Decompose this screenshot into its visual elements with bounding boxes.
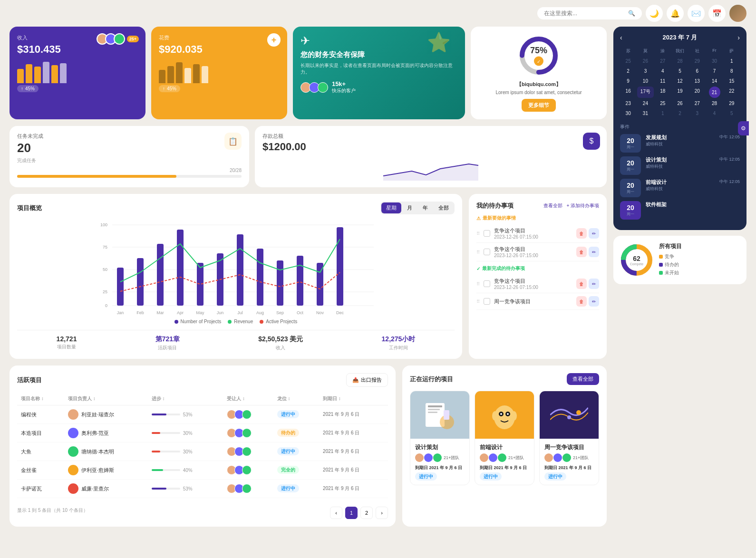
cal-day-21-today[interactable]: 21 <box>709 87 720 98</box>
search-input[interactable] <box>544 10 624 17</box>
cal-day-3-next[interactable]: 3 <box>689 109 705 118</box>
chart-tab-year[interactable]: 年 <box>418 202 433 213</box>
cal-day-27[interactable]: 27 <box>689 99 705 108</box>
cal-day-26[interactable]: 26 <box>672 99 688 108</box>
todo-date-3: 2023-12-26 07:15:00 <box>494 285 572 290</box>
next-page-btn[interactable]: › <box>376 507 388 519</box>
todo-checkbox-1[interactable] <box>484 230 490 237</box>
drag-icon-1[interactable]: ⠿ <box>476 231 480 236</box>
moon-icon-btn[interactable]: 🌙 <box>646 5 663 22</box>
chart-tab-week[interactable]: 星期 <box>381 202 401 213</box>
cal-day-23[interactable]: 23 <box>620 99 636 108</box>
cal-day-20[interactable]: 20 <box>689 87 705 98</box>
cell-name: 编程侠 <box>17 405 64 424</box>
chart-tab-month[interactable]: 月 <box>402 202 417 213</box>
todo-edit-btn-4[interactable]: ✏ <box>589 296 599 307</box>
bell-icon-btn[interactable]: 🔔 <box>667 5 684 22</box>
export-btn[interactable]: 📤 出口报告 <box>346 373 388 387</box>
calendar-settings-btn[interactable]: ⚙ <box>738 121 749 135</box>
cal-day-30-prev[interactable]: 30 <box>706 57 722 66</box>
prev-page-btn[interactable]: ‹ <box>330 507 342 519</box>
cal-day-16[interactable]: 16 <box>620 87 636 98</box>
proj-av-1b <box>424 453 433 462</box>
view-all-running-btn[interactable]: 查看全部 <box>567 373 599 385</box>
cal-day-29[interactable]: 29 <box>724 99 740 108</box>
cal-day-27-prev[interactable]: 27 <box>655 57 671 66</box>
add-expense-btn[interactable]: + <box>267 33 281 47</box>
cal-day-9[interactable]: 9 <box>620 77 636 86</box>
todo-view-all-link[interactable]: 查看全部 <box>543 202 562 209</box>
chart-card: 项目概览 星期 月 年 全部 <box>10 194 462 359</box>
main-container: 收入 25+ $310.435 ↑45% <box>0 27 756 536</box>
cell-due: 2021 年 9 月 6 日 <box>319 443 388 461</box>
cal-day-18[interactable]: 18 <box>655 87 671 98</box>
todo-edit-btn-1[interactable]: ✏ <box>589 228 599 239</box>
cal-next-btn[interactable]: › <box>737 34 740 41</box>
cal-day-1[interactable]: 1 <box>724 57 740 66</box>
cal-day-1-next[interactable]: 1 <box>655 109 671 118</box>
cell-progress: 40% <box>148 461 223 480</box>
proj-card-info-1: 设计策划 21+团队 到期日 2021 年 9 月 6 日 <box>410 439 469 485</box>
svg-rect-20 <box>237 234 243 306</box>
cal-day-4[interactable]: 4 <box>655 67 671 76</box>
cal-day-5[interactable]: 5 <box>672 67 688 76</box>
todo-checkbox-3[interactable] <box>484 280 490 287</box>
expense-title: 花费 <box>159 34 280 41</box>
todo-delete-btn-2[interactable]: 🗑 <box>576 247 587 257</box>
cal-day-25-prev[interactable]: 25 <box>620 57 636 66</box>
cal-day-28-prev[interactable]: 28 <box>672 57 688 66</box>
drag-icon-3[interactable]: ⠿ <box>476 281 480 287</box>
cal-day-7[interactable]: 7 <box>706 67 722 76</box>
todo-checkbox-4[interactable] <box>484 298 490 305</box>
cal-day-13[interactable]: 13 <box>689 77 705 86</box>
drag-icon-2[interactable]: ⠿ <box>476 250 480 255</box>
detail-button[interactable]: 更多细节 <box>522 99 556 112</box>
cal-day-2-next[interactable]: 2 <box>672 109 688 118</box>
events-section: 事件 20 周一 发展规划 威特科技 中午 12:05 20 周一 <box>620 124 740 220</box>
todo-edit-btn-3[interactable]: ✏ <box>589 279 599 289</box>
cal-day-29-prev[interactable]: 29 <box>689 57 705 66</box>
cal-day-28[interactable]: 28 <box>706 99 722 108</box>
cal-prev-btn[interactable]: ‹ <box>620 34 622 41</box>
cal-day-3[interactable]: 3 <box>637 67 653 76</box>
cal-day-15[interactable]: 15 <box>724 77 740 86</box>
todo-edit-btn-2[interactable]: ✏ <box>589 247 599 257</box>
cal-day-26-prev[interactable]: 26 <box>637 57 653 66</box>
search-box[interactable]: 🔍 <box>537 7 642 19</box>
page-2-btn[interactable]: 2 <box>360 507 373 519</box>
cal-day-14[interactable]: 14 <box>706 77 722 86</box>
todo-checkbox-2[interactable] <box>484 249 490 255</box>
cal-day-31[interactable]: 31 <box>637 109 653 118</box>
cal-day-11[interactable]: 11 <box>655 77 671 86</box>
cal-day-22[interactable]: 22 <box>724 87 740 98</box>
cal-day-2[interactable]: 2 <box>620 67 636 76</box>
user-avatar[interactable] <box>729 5 746 22</box>
page-1-btn[interactable]: 1 <box>345 507 358 519</box>
cal-day-10[interactable]: 10 <box>637 77 653 86</box>
todo-delete-btn-4[interactable]: 🗑 <box>576 296 587 307</box>
drag-icon-4[interactable]: ⠿ <box>476 299 480 304</box>
cal-day-6[interactable]: 6 <box>689 67 705 76</box>
todo-delete-btn-3[interactable]: 🗑 <box>576 279 587 289</box>
calendar-icon-btn[interactable]: 📅 <box>708 5 726 22</box>
revenue-card: 收入 25+ $310.435 ↑45% <box>10 27 145 119</box>
chart-area: 100 75 50 25 0 <box>17 220 455 315</box>
cal-day-30[interactable]: 30 <box>620 109 636 118</box>
proj-status-3: 进行中 <box>544 472 566 481</box>
svg-point-47 <box>500 413 502 415</box>
cal-day-12[interactable]: 12 <box>672 77 688 86</box>
chart-tab-all[interactable]: 全部 <box>434 202 454 213</box>
cal-day-25[interactable]: 25 <box>655 99 671 108</box>
mail-icon-btn[interactable]: ✉️ <box>688 5 705 22</box>
cal-day-8[interactable]: 8 <box>724 67 740 76</box>
cal-day-4-next[interactable]: 4 <box>706 109 722 118</box>
stat-label-revenue: 收入 <box>258 345 303 351</box>
todo-delete-btn-1[interactable]: 🗑 <box>576 228 587 239</box>
cal-day-24[interactable]: 24 <box>637 99 653 108</box>
cal-day-19[interactable]: 19 <box>672 87 688 98</box>
cal-day-17[interactable]: 17号 <box>637 87 653 98</box>
cal-day-5-next[interactable]: 5 <box>724 109 740 118</box>
proj-card-title-2: 前端设计 <box>480 443 529 452</box>
todo-add-link[interactable]: + 添加待办事项 <box>566 202 599 209</box>
left-column: 收入 25+ $310.435 ↑45% <box>10 27 607 527</box>
